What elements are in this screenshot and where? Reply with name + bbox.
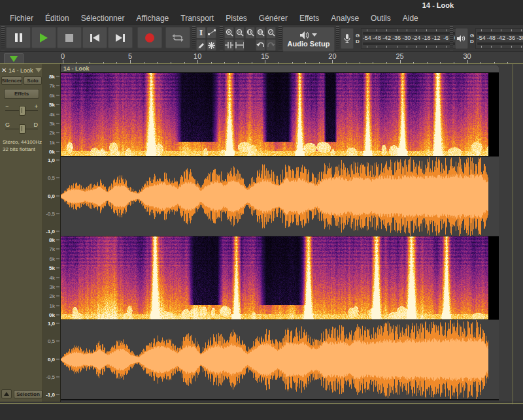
track-format-line2: 32 bits flottant: [3, 146, 35, 153]
gain-max-label: +: [35, 103, 38, 110]
zoom-in-button[interactable]: [224, 27, 234, 39]
timeline-label: 0: [61, 52, 65, 60]
record-meter-grip[interactable]: [336, 26, 339, 50]
window-title: 14 - Look: [392, 1, 484, 9]
menu-item-affichage[interactable]: Affichage: [130, 13, 175, 24]
multi-tool-icon: [208, 42, 215, 49]
timeline-label: 10: [194, 52, 201, 60]
mute-button[interactable]: Silencer: [1, 76, 22, 85]
menu-item-fichier[interactable]: Fichier: [4, 13, 39, 24]
collapse-track-button[interactable]: [1, 389, 12, 398]
timeline-label: 20: [328, 52, 336, 60]
menu-item-generer[interactable]: Générer: [253, 13, 294, 24]
skip-to-end-icon: [116, 34, 125, 42]
spectrogram-right-channel[interactable]: [61, 236, 499, 319]
loop-button[interactable]: [165, 27, 190, 48]
scale-label: 2k: [50, 130, 55, 136]
edit-toolbar-grip[interactable]: [220, 26, 223, 50]
menu-item-effets[interactable]: Effets: [294, 13, 325, 24]
selection-mode-button[interactable]: Sélection: [14, 390, 42, 398]
menu-item-edition[interactable]: Édition: [39, 13, 75, 24]
scale-label: 1,0: [48, 157, 55, 163]
audio-clip[interactable]: 14 - Look: [61, 65, 499, 400]
scale-label: 5k: [49, 102, 55, 108]
scale-label: 0,0: [48, 356, 55, 362]
solo-button[interactable]: Solo: [24, 76, 42, 85]
redo-icon: [267, 42, 275, 49]
gain-slider[interactable]: − +: [3, 103, 41, 114]
menu-item-selectionner[interactable]: Sélectionner: [75, 13, 131, 24]
vertical-scale-ruler[interactable]: 8k7k6k5k4k3k2k1k0k1,00,50,0-0,5-1,08k7k6…: [43, 64, 61, 402]
skip-to-start-button[interactable]: [82, 27, 107, 48]
gain-slider-handle[interactable]: [19, 106, 25, 116]
scale-label: 0k: [49, 312, 55, 318]
scale-label: 6k: [50, 255, 55, 261]
pan-slider[interactable]: G D: [3, 121, 41, 132]
track-menu-chevron-icon[interactable]: [35, 68, 42, 73]
fit-project-icon: [257, 29, 265, 37]
recording-meter[interactable]: GD -54-48-42-36-30-24-18-12-60: [341, 27, 462, 50]
draw-tool-icon: [197, 42, 205, 49]
spectrogram-left-channel[interactable]: [61, 73, 499, 156]
transport-toolbar-grip[interactable]: [1, 26, 5, 50]
scale-label: -1,0: [46, 392, 55, 398]
record-button[interactable]: [137, 27, 162, 48]
redo-button[interactable]: [266, 39, 276, 51]
scale-label: 5k: [49, 265, 55, 271]
silence-audio-button[interactable]: [235, 39, 245, 51]
meter-scale-label: -30: [402, 35, 411, 41]
zoom-selection-button[interactable]: [245, 27, 255, 39]
waveform-left-channel[interactable]: [61, 157, 499, 236]
scale-label: 8k: [49, 237, 55, 243]
timeline-ruler[interactable]: 051015202530: [0, 52, 523, 65]
playback-meter[interactable]: GD -54-48-42-36-30-24-18-12-60: [455, 27, 523, 50]
fit-project-button[interactable]: [256, 27, 265, 39]
audio-setup-button[interactable]: Audio Setup: [282, 27, 335, 52]
meter-scale-label: -54: [363, 35, 371, 41]
track-selection-border-right: [513, 64, 513, 404]
zoom-out-button[interactable]: [235, 27, 245, 39]
microphone-icon: [341, 28, 354, 49]
record-meter-scale: -54-48-42-36-30-24-18-12-60: [361, 28, 462, 49]
track-name[interactable]: 14 - Look: [8, 67, 35, 74]
menu-item-analyse[interactable]: Analyse: [325, 13, 365, 24]
timeline-label: 25: [396, 52, 403, 60]
record-meter-right-label: D: [356, 39, 360, 44]
undo-icon: [256, 42, 265, 49]
audio-setup-grip[interactable]: [278, 26, 282, 50]
play-meter-right-label: D: [470, 39, 474, 44]
draw-tool-button[interactable]: [196, 39, 206, 51]
clip-title: 14 - Look: [63, 65, 90, 72]
tools-toolbar-grip[interactable]: [192, 26, 195, 50]
meter-scale-label: -42: [382, 35, 391, 41]
menu-item-aide[interactable]: Aide: [397, 13, 424, 24]
menu-bar: FichierÉditionSélectionnerAffichageTrans…: [0, 12, 523, 24]
chevron-down-icon: [312, 33, 317, 37]
pause-button[interactable]: [6, 27, 31, 48]
play-button[interactable]: [31, 27, 56, 48]
effects-button[interactable]: Effets: [4, 89, 39, 99]
scale-label: 0,5: [48, 338, 55, 344]
undo-button[interactable]: [256, 39, 265, 51]
zoom-toggle-button[interactable]: [266, 27, 276, 39]
waveform-right-channel[interactable]: [61, 320, 499, 399]
scale-label: 8k: [49, 74, 55, 80]
menu-item-transport[interactable]: Transport: [175, 13, 220, 24]
close-track-icon[interactable]: ✕: [1, 67, 8, 74]
skip-to-end-button[interactable]: [108, 27, 133, 48]
menu-item-outils[interactable]: Outils: [365, 13, 397, 24]
envelope-tool-button[interactable]: [207, 27, 216, 39]
meter-scale-label: -30: [516, 35, 523, 41]
menu-item-pistes[interactable]: Pistes: [220, 13, 253, 24]
record-icon: [145, 33, 154, 42]
selection-tool-button[interactable]: I: [196, 27, 206, 39]
play-meter-grip[interactable]: [450, 26, 453, 50]
clip-header[interactable]: 14 - Look: [61, 65, 499, 73]
scale-label: 2k: [50, 293, 55, 299]
scale-label: 1k: [50, 302, 55, 308]
pinned-play-head-icon: [10, 56, 18, 62]
pan-slider-handle[interactable]: [19, 124, 25, 134]
stop-button[interactable]: [57, 27, 82, 48]
trim-audio-button[interactable]: [224, 39, 234, 51]
multi-tool-button[interactable]: [207, 39, 216, 51]
